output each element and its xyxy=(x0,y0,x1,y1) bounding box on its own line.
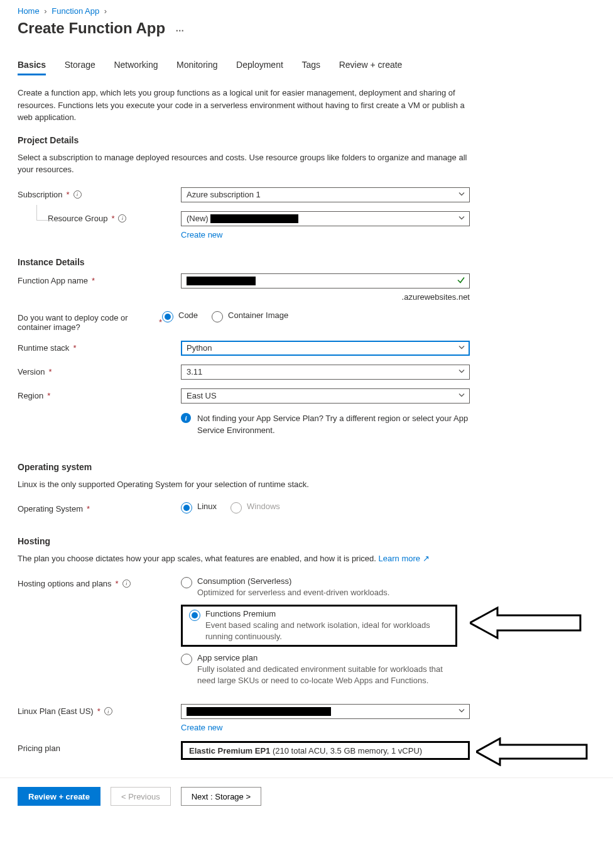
external-link-icon: ↗ xyxy=(423,554,430,563)
required-indicator: * xyxy=(87,504,90,514)
required-indicator: * xyxy=(116,579,119,588)
section-instance-details: Instance Details xyxy=(18,257,595,267)
breadcrumb: Home › Function App › xyxy=(18,6,595,16)
tab-basics[interactable]: Basics xyxy=(18,56,46,75)
pricing-plan-label: Pricing plan xyxy=(18,744,60,753)
chevron-down-icon xyxy=(458,391,465,400)
chevron-right-icon: › xyxy=(104,6,107,16)
subscription-select[interactable]: Azure subscription 1 xyxy=(181,187,470,202)
os-label: Operating System xyxy=(18,504,83,514)
svg-marker-1 xyxy=(476,739,587,765)
hosting-consumption-radio[interactable]: Consumption (Serverless) Optimized for s… xyxy=(181,576,595,598)
chevron-down-icon xyxy=(458,707,465,717)
hosting-options-label: Hosting options and plans xyxy=(18,579,112,588)
annotation-arrow-icon xyxy=(470,605,583,640)
section-project-details: Project Details xyxy=(18,135,595,145)
previous-button: < Previous xyxy=(111,787,171,806)
annotation-box-pricing: Elastic Premium EP1 (210 total ACU, 3.5 … xyxy=(181,741,470,760)
project-details-desc: Select a subscription to manage deployed… xyxy=(18,151,470,176)
resource-group-label: Resource Group xyxy=(48,214,107,223)
deploy-container-radio[interactable]: Container Image xyxy=(212,310,288,322)
function-app-name-input[interactable] xyxy=(181,273,470,288)
wizard-footer: Review + create < Previous Next : Storag… xyxy=(0,777,613,815)
linux-plan-select[interactable] xyxy=(181,704,470,719)
section-operating-system: Operating system xyxy=(18,462,595,472)
tab-monitoring[interactable]: Monitoring xyxy=(176,56,217,74)
annotation-arrow-icon xyxy=(476,737,589,766)
runtime-stack-select[interactable]: Python xyxy=(181,341,470,356)
page-title: Create Function App … xyxy=(18,19,595,37)
runtime-stack-label: Runtime stack xyxy=(18,343,69,353)
hosting-desc: The plan you choose dictates how your ap… xyxy=(18,552,470,565)
os-windows-radio: Windows xyxy=(231,502,280,514)
linux-plan-label: Linux Plan (East US) xyxy=(18,706,94,716)
tabs: Basics Storage Networking Monitoring Dep… xyxy=(18,56,595,75)
breadcrumb-home[interactable]: Home xyxy=(18,6,40,16)
info-icon[interactable]: i xyxy=(73,190,82,199)
required-indicator: * xyxy=(159,317,162,327)
os-desc: Linux is the only supported Operating Sy… xyxy=(18,478,470,491)
resource-group-select[interactable]: (New) xyxy=(181,211,470,226)
required-indicator: * xyxy=(47,391,50,400)
region-select[interactable]: East US xyxy=(181,388,470,404)
review-create-button[interactable]: Review + create xyxy=(18,787,100,806)
chevron-down-icon xyxy=(458,343,465,353)
redacted-value xyxy=(187,707,331,716)
info-icon[interactable]: i xyxy=(122,580,131,588)
svg-marker-0 xyxy=(470,608,580,638)
info-icon[interactable]: i xyxy=(118,214,126,222)
info-icon: i xyxy=(181,413,191,423)
required-indicator: * xyxy=(92,276,95,285)
redacted-value xyxy=(187,277,256,285)
next-storage-button[interactable]: Next : Storage > xyxy=(181,787,261,806)
redacted-value xyxy=(210,214,298,223)
required-indicator: * xyxy=(111,214,114,223)
deploy-type-label: Do you want to deploy code or container … xyxy=(18,313,155,332)
create-new-plan-link[interactable]: Create new xyxy=(181,723,222,732)
annotation-box-premium: Functions Premium Event based scaling an… xyxy=(181,605,457,647)
tab-storage[interactable]: Storage xyxy=(65,56,95,74)
tab-tags[interactable]: Tags xyxy=(301,56,320,74)
region-hint: Not finding your App Service Plan? Try a… xyxy=(197,412,470,437)
subscription-label: Subscription xyxy=(18,190,63,199)
section-hosting: Hosting xyxy=(18,536,595,546)
version-label: Version xyxy=(18,367,45,376)
os-linux-radio[interactable]: Linux xyxy=(181,502,217,514)
chevron-down-icon xyxy=(458,190,465,199)
tab-deployment[interactable]: Deployment xyxy=(236,56,283,74)
region-label: Region xyxy=(18,391,43,400)
required-indicator: * xyxy=(97,706,100,716)
deploy-code-radio[interactable]: Code xyxy=(162,310,198,322)
tab-networking[interactable]: Networking xyxy=(114,56,158,74)
required-indicator: * xyxy=(73,343,76,353)
version-select[interactable]: 3.11 xyxy=(181,365,470,380)
hosting-premium-radio[interactable]: Functions Premium Event based scaling an… xyxy=(189,609,449,642)
function-app-name-label: Function App name xyxy=(18,276,88,285)
chevron-right-icon: › xyxy=(44,6,46,16)
intro-text: Create a function app, which lets you gr… xyxy=(18,87,470,124)
required-indicator: * xyxy=(67,190,70,199)
create-new-rg-link[interactable]: Create new xyxy=(181,230,222,239)
chevron-down-icon xyxy=(458,214,465,223)
breadcrumb-function-app[interactable]: Function App xyxy=(52,6,99,16)
check-icon xyxy=(457,275,465,286)
info-icon[interactable]: i xyxy=(104,707,112,715)
chevron-down-icon xyxy=(458,367,465,376)
pricing-plan-value: Elastic Premium EP1 (210 total ACU, 3.5 … xyxy=(189,746,422,755)
required-indicator: * xyxy=(48,367,52,376)
domain-suffix: .azurewebsites.net xyxy=(181,292,470,302)
more-icon[interactable]: … xyxy=(175,23,185,33)
learn-more-link[interactable]: Learn more↗ xyxy=(379,554,430,563)
hosting-asp-radio[interactable]: App service plan Fully isolated and dedi… xyxy=(181,653,595,686)
tab-review-create[interactable]: Review + create xyxy=(339,56,403,74)
